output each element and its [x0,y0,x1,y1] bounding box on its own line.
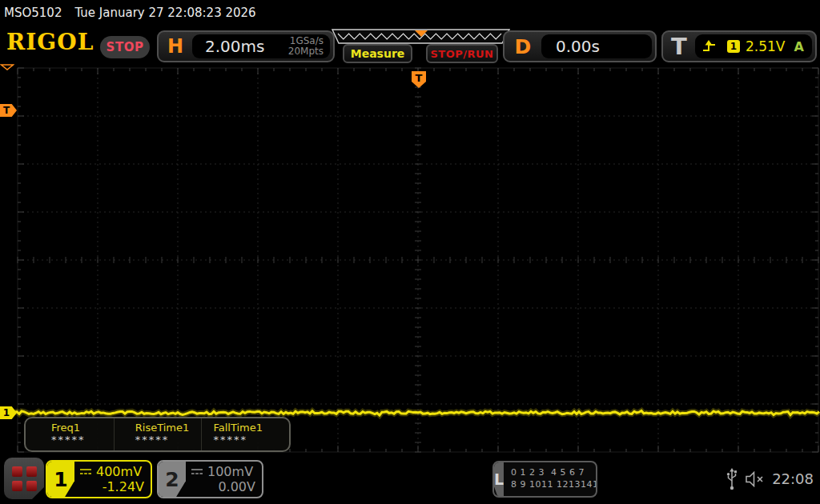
trigger-source-badge: 1 [727,40,740,53]
bottom-bar: 1 400mV -1.24V 2 [0,454,820,504]
rising-edge-icon [702,40,717,53]
channel1-offset: -1.24V [79,479,144,494]
clock: 22:08 [772,470,814,487]
trigger-status: A [794,39,804,54]
speaker-muted-icon[interactable] [745,471,766,487]
menu-grid-icon[interactable] [4,458,44,499]
datetime: Tue January 27 22:08:23 2026 [74,6,255,20]
oscilloscope-screen: MSO5102Tue January 27 22:08:23 2026 RIGO… [0,0,820,504]
model-name: MSO5102 [4,6,62,20]
channel2-number: 2 [159,462,186,497]
delay-panel[interactable]: D 0.00s [503,30,657,62]
logic-channels-panel[interactable]: L 0 1 2 3 4 5 6 7 8 9 1011 12131415 [492,461,597,498]
graticule-and-trace [0,64,820,454]
trigger-position-icon [0,64,14,70]
waveform-position-bar[interactable] [330,29,511,44]
channel1-scale: 400mV [96,464,142,479]
info-bar: MSO5102Tue January 27 22:08:23 2026 [0,0,820,26]
measurement-panel[interactable]: Freq1 ***** RiseTime1 ***** FallTime1 **… [24,417,291,452]
channel2-scale: 100mV [207,464,253,479]
logic-row-1: 0 1 2 3 4 5 6 7 [511,466,597,478]
horizontal-panel[interactable]: H 2.00ms 1GSa/s 20Mpts [157,30,335,62]
logic-row-2: 8 9 1011 12131415 [511,478,597,490]
waveform-preview-icon [330,29,511,44]
channel1-panel[interactable]: 1 400mV -1.24V [46,460,152,498]
waveform-display: T T 1 Freq1 ***** RiseTime1 ***** FallTi… [0,64,820,454]
measurement-freq1[interactable]: Freq1 ***** [26,418,114,450]
stop-run-button[interactable]: STOP/RUN [426,44,498,63]
trigger-label: T [663,33,695,60]
trigger-panel[interactable]: T 1 2.51V A [661,30,817,62]
horizontal-label: H [159,35,192,58]
rigol-logo: RIGOL [6,29,94,55]
channel2-offset: 0.00V [191,479,255,494]
measure-button[interactable]: Measure [343,44,412,63]
logic-label: L [494,462,504,496]
channel2-panel[interactable]: 2 100mV 0.00V [157,460,263,498]
delay-value: 0.00s [541,37,600,56]
acquisition-state-badge: STOP [100,36,150,58]
channel1-number: 1 [47,462,74,497]
dc-coupling-icon [79,468,92,475]
acquisition-info: 1GSa/s 20Mpts [288,36,330,57]
dc-coupling-icon [191,468,203,475]
measurement-falltime1[interactable]: FallTime1 ***** [201,418,289,450]
trigger-level-value: 2.51V [746,38,785,54]
delay-label: D [504,35,541,58]
measurement-risetime1[interactable]: RiseTime1 ***** [114,418,202,450]
usb-device-icon [726,468,738,490]
toolbar: RIGOL STOP H 2.00ms 1GSa/s 20Mpts Measur… [0,26,820,64]
memory-depth: 20Mpts [288,46,324,57]
timebase-value: 2.00ms [192,37,264,56]
